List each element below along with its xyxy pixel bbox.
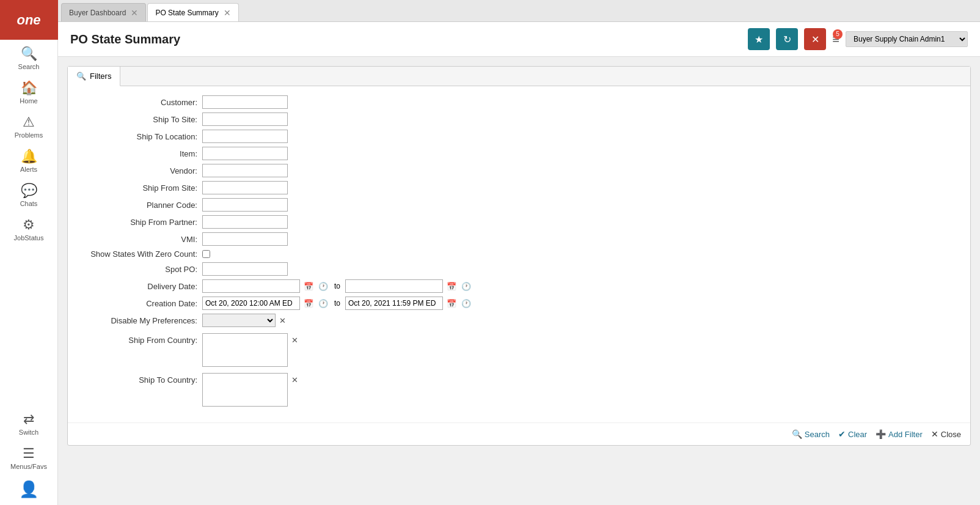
chats-icon: 💬 (21, 183, 37, 199)
clear-link-icon: ✔ (838, 429, 846, 439)
customer-label: Customer: (80, 98, 202, 107)
ship-from-partner-input[interactable] (202, 215, 288, 229)
filter-icon: 🔍 (76, 72, 86, 81)
add-filter-icon: ➕ (876, 429, 886, 439)
close-filter-link[interactable]: ✕ Close (931, 429, 961, 439)
creation-date-from-group: 📅 🕐 to 📅 🕐 (202, 297, 472, 310)
close-page-button[interactable]: ✕ (804, 28, 826, 50)
page-header: PO State Summary ★ ↻ ✕ ≡ 5 Buyer Supply … (58, 22, 980, 57)
vendor-label: Vendor: (80, 166, 202, 175)
tab-po-state-summary-label: PO State Summary (155, 9, 218, 17)
main-area: Buyer Dashboard ✕ PO State Summary ✕ PO … (58, 0, 980, 505)
creation-date-from-input[interactable] (202, 297, 300, 310)
ship-to-country-input[interactable] (202, 373, 288, 407)
planner-code-input[interactable] (202, 198, 288, 212)
delivery-date-from-group: 📅 🕐 to 📅 🕐 (202, 279, 472, 293)
planner-code-row: Planner Code: (80, 198, 958, 212)
delivery-date-row: Delivery Date: 📅 🕐 to 📅 🕐 (80, 279, 958, 293)
search-icon: 🔍 (21, 46, 37, 62)
spot-po-input[interactable] (202, 262, 288, 276)
tab-buyer-dashboard-label: Buyer Dashboard (69, 9, 126, 17)
ship-to-location-row: Ship To Location: (80, 130, 958, 143)
add-filter-link[interactable]: ➕ Add Filter (876, 429, 923, 439)
sidebar-item-switch[interactable]: ⇄ Switch (0, 405, 57, 440)
vendor-row: Vendor: (80, 164, 958, 177)
delivery-date-from-calendar[interactable]: 📅 (302, 282, 315, 291)
disable-prefs-row: Disable My Preferences: ✕ (80, 314, 958, 327)
show-states-zero-checkbox[interactable] (202, 250, 210, 258)
disable-prefs-select[interactable] (202, 314, 276, 327)
menu-button[interactable]: ≡ 5 (832, 32, 839, 46)
user-selector-wrapper: Buyer Supply Chain Admin1 (846, 31, 968, 47)
vmi-input[interactable] (202, 232, 288, 246)
filters-tab[interactable]: 🔍 Filters (68, 67, 120, 86)
delivery-date-from-clock[interactable]: 🕐 (317, 282, 329, 291)
spot-po-row: Spot PO: (80, 262, 958, 276)
favorite-button[interactable]: ★ (748, 28, 770, 50)
tab-buyer-dashboard-close[interactable]: ✕ (131, 9, 138, 17)
vendor-input[interactable] (202, 164, 288, 177)
sidebar-item-problems[interactable]: ⚠ Problems (0, 108, 57, 142)
ship-to-site-label: Ship To Site: (80, 115, 202, 124)
ship-from-country-input[interactable] (202, 333, 288, 367)
switch-icon: ⇄ (23, 411, 34, 427)
delivery-date-from-input[interactable] (202, 279, 300, 293)
customer-input[interactable] (202, 95, 288, 109)
sidebar-item-search[interactable]: 🔍 Search (0, 40, 57, 74)
sidebar-item-menusfavs[interactable]: ☰ Menus/Favs (0, 440, 57, 474)
creation-date-to-clock[interactable]: 🕐 (460, 299, 472, 308)
refresh-button[interactable]: ↻ (776, 28, 798, 50)
problems-icon: ⚠ (23, 114, 35, 130)
filters-tab-label: Filters (90, 72, 111, 81)
creation-date-to-input[interactable] (345, 297, 443, 310)
ship-from-site-label: Ship From Site: (80, 183, 202, 193)
delivery-date-to-calendar[interactable]: 📅 (445, 282, 458, 291)
disable-prefs-clear[interactable]: ✕ (278, 316, 287, 325)
creation-date-from-clock[interactable]: 🕐 (317, 299, 329, 308)
planner-code-label: Planner Code: (80, 201, 202, 210)
filter-footer: 🔍 Search ✔ Clear ➕ Add Filter ✕ Close (68, 422, 970, 445)
sidebar-item-alerts[interactable]: 🔔 Alerts (0, 142, 57, 177)
ship-from-site-input[interactable] (202, 181, 288, 194)
add-filter-label: Add Filter (888, 430, 923, 439)
filter-tab-row: 🔍 Filters (68, 67, 970, 86)
creation-date-from-calendar[interactable]: 📅 (302, 299, 315, 308)
item-label: Item: (80, 149, 202, 158)
sidebar-item-avatar[interactable]: 👤 (0, 474, 57, 505)
search-link[interactable]: 🔍 Search (792, 429, 830, 439)
search-link-icon: 🔍 (792, 429, 802, 439)
sidebar-item-chats[interactable]: 💬 Chats (0, 177, 57, 211)
app-logo: one (0, 0, 58, 40)
page-title: PO State Summary (70, 32, 742, 46)
filter-body: Customer: Ship To Site: Ship To Location… (68, 86, 970, 419)
close-filter-icon: ✕ (931, 429, 938, 439)
user-select[interactable]: Buyer Supply Chain Admin1 (846, 31, 968, 47)
ship-from-partner-label: Ship From Partner: (80, 218, 202, 227)
tab-po-state-summary[interactable]: PO State Summary ✕ (147, 3, 238, 21)
clear-link-label: Clear (848, 430, 867, 439)
tab-po-state-summary-close[interactable]: ✕ (224, 9, 231, 17)
ship-from-country-row: Ship From Country: ✕ (80, 331, 958, 367)
home-icon: 🏠 (21, 80, 37, 96)
customer-row: Customer: (80, 95, 958, 109)
delivery-date-to-clock[interactable]: 🕐 (460, 282, 472, 291)
sidebar-item-jobstatus[interactable]: ⚙ JobStatus (0, 211, 57, 245)
vmi-row: VMI: (80, 232, 958, 246)
ship-from-country-clear[interactable]: ✕ (290, 336, 299, 345)
creation-date-label: Creation Date: (80, 299, 202, 308)
clear-link[interactable]: ✔ Clear (838, 429, 867, 439)
delivery-date-to-input[interactable] (345, 279, 443, 293)
sidebar-item-home[interactable]: 🏠 Home (0, 74, 57, 108)
tab-buyer-dashboard[interactable]: Buyer Dashboard ✕ (61, 3, 146, 21)
ship-to-location-input[interactable] (202, 130, 288, 143)
ship-from-partner-row: Ship From Partner: (80, 215, 958, 229)
menusfavs-icon: ☰ (23, 446, 35, 462)
creation-date-to-calendar[interactable]: 📅 (445, 299, 458, 308)
ship-to-site-input[interactable] (202, 112, 288, 126)
item-input[interactable] (202, 147, 288, 160)
ship-to-country-clear[interactable]: ✕ (290, 375, 299, 385)
page-content: 🔍 Filters Customer: Ship To Site: (58, 57, 980, 505)
sidebar-bottom: ⇄ Switch ☰ Menus/Favs 👤 (0, 405, 57, 505)
tab-bar: Buyer Dashboard ✕ PO State Summary ✕ (58, 0, 980, 22)
creation-date-to-text: to (334, 299, 340, 308)
